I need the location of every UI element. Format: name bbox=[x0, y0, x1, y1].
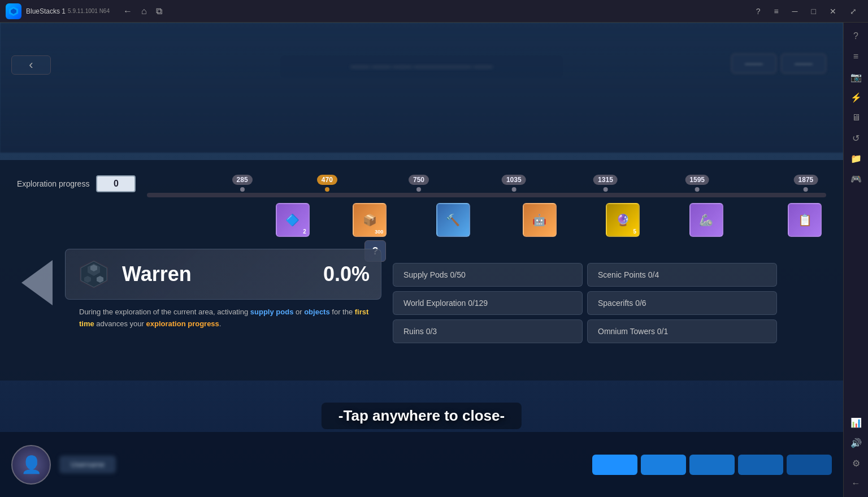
stat-omnium-towers: Omnium Towers 0/1 bbox=[587, 319, 777, 343]
expand-button[interactable]: ⤢ bbox=[844, 5, 862, 18]
progress-label: Exploration progress bbox=[17, 179, 89, 188]
reward-2: 📦 300 bbox=[353, 203, 387, 237]
milestone-1875-label: 1875 bbox=[794, 175, 818, 185]
stats-grid: Supply Pods 0/50 Scenic Points 0/4 World… bbox=[393, 263, 777, 343]
top-left-button[interactable]: ‹ bbox=[11, 55, 51, 75]
sidebar-icon-gamepad[interactable]: 🎮 bbox=[847, 170, 865, 188]
sidebar-icon-chart[interactable]: 📊 bbox=[847, 413, 865, 431]
bluestacks-logo bbox=[6, 3, 21, 19]
reward-6: 🦾 bbox=[689, 203, 723, 237]
milestone-285: 285 bbox=[232, 175, 253, 192]
bottom-btn-2[interactable] bbox=[641, 455, 686, 475]
left-arrow-icon bbox=[21, 260, 53, 305]
titlebar: BlueStacks 1 5.9.11.1001 N64 ← ⌂ ⧉ ? ≡ ─… bbox=[0, 0, 868, 23]
top-background bbox=[0, 23, 843, 153]
reward-3: 🔨 bbox=[436, 203, 470, 237]
bottom-btn-5[interactable] bbox=[787, 455, 832, 475]
reward-7: 📋 bbox=[788, 203, 822, 237]
bottom-btn-1[interactable] bbox=[592, 455, 637, 475]
milestone-1315-label: 1315 bbox=[593, 175, 618, 185]
desc-text-middle: or bbox=[293, 308, 304, 316]
home-button[interactable]: ⌂ bbox=[139, 4, 149, 19]
stat-ruins: Ruins 0/3 bbox=[393, 319, 583, 343]
sidebar-icon-menu[interactable]: ≡ bbox=[847, 47, 865, 66]
reward-5: 🔮 5 bbox=[606, 203, 640, 237]
reward-icon-1: 🔷 2 bbox=[276, 203, 310, 237]
desc-text-middle2: for the bbox=[330, 308, 355, 316]
sidebar-icon-settings[interactable]: ⚙ bbox=[847, 454, 865, 472]
stat-scenic-points: Scenic Points 0/4 bbox=[587, 263, 777, 287]
milestone-750: 750 bbox=[409, 175, 429, 192]
top-right-buttons: ──── ──── bbox=[731, 54, 826, 74]
sidebar-icon-folder[interactable]: 📁 bbox=[847, 149, 865, 167]
copy-button[interactable]: ⧉ bbox=[154, 4, 164, 19]
milestone-1875-dot bbox=[804, 187, 808, 192]
reward-1: 🔷 2 bbox=[276, 203, 310, 237]
area-card: Warren 0.0% bbox=[65, 249, 381, 300]
top-center-display: ──── ──── ──── ──────────── ──── bbox=[280, 55, 563, 78]
sidebar-icon-performance[interactable]: ⚡ bbox=[847, 88, 865, 106]
desc-objects: objects bbox=[304, 308, 330, 316]
area-hexagon-icon bbox=[77, 257, 111, 291]
back-button[interactable]: ← bbox=[121, 4, 134, 19]
reward-icon-4: 🤖 bbox=[523, 203, 557, 237]
bottom-btn-4[interactable] bbox=[738, 455, 783, 475]
left-arrow-button[interactable] bbox=[17, 257, 57, 308]
tap-close-message[interactable]: -Tap anywhere to close- bbox=[322, 403, 522, 429]
right-sidebar: ? ≡ 📷 ⚡ 🖥 ↺ 📁 🎮 📊 🔊 ⚙ ← bbox=[843, 23, 868, 497]
milestone-470-dot bbox=[325, 187, 329, 192]
help-button[interactable]: ? bbox=[750, 5, 766, 18]
game-area[interactable]: ‹ ──── ──── ──── ──────────── ──── ──── … bbox=[0, 23, 843, 497]
milestone-1315: 1315 bbox=[593, 175, 618, 192]
top-right-btn-2[interactable]: ──── bbox=[781, 54, 826, 74]
area-name: Warren bbox=[122, 262, 312, 286]
stat-supply-pods: Supply Pods 0/50 bbox=[393, 263, 583, 287]
reward-icon-3: 🔨 bbox=[436, 203, 470, 237]
reward-badge-1: 2 bbox=[303, 228, 306, 235]
sidebar-icon-camera[interactable]: 📷 bbox=[847, 68, 865, 86]
milestone-1035: 1035 bbox=[502, 175, 526, 192]
maximize-button[interactable]: □ bbox=[806, 5, 822, 18]
sidebar-icon-display[interactable]: 🖥 bbox=[847, 109, 865, 127]
rewards-row: 🔷 2 📦 300 🔨 🤖 bbox=[209, 203, 826, 245]
milestone-1035-dot bbox=[511, 187, 516, 192]
reward-icon-7: 📋 bbox=[788, 203, 822, 237]
reward-icon-5: 🔮 5 bbox=[606, 203, 640, 237]
progress-value: 0 bbox=[96, 175, 136, 192]
milestone-1595-label: 1595 bbox=[685, 175, 709, 185]
reward-badge-5: 5 bbox=[633, 228, 637, 235]
reward-badge-2: 300 bbox=[375, 229, 383, 235]
area-percent: 0.0% bbox=[323, 262, 370, 286]
milestone-470: 470 bbox=[317, 175, 337, 192]
milestone-1595-dot bbox=[695, 187, 700, 192]
top-right-btn-1[interactable]: ──── bbox=[731, 54, 776, 74]
milestone-750-dot bbox=[416, 187, 421, 192]
sidebar-icon-back[interactable]: ← bbox=[847, 474, 865, 492]
sidebar-icon-volume[interactable]: 🔊 bbox=[847, 434, 865, 452]
reward-icon-6: 🦾 bbox=[689, 203, 723, 237]
stat-world-exploration: World Exploration 0/129 bbox=[393, 291, 583, 315]
desc-exploration-progress: exploration progress bbox=[146, 319, 219, 328]
app-title: BlueStacks 1 bbox=[26, 7, 66, 15]
reward-4: 🤖 bbox=[523, 203, 557, 237]
bottom-btn-3[interactable] bbox=[689, 455, 735, 475]
progress-bar-area: Exploration progress 0 285 470 750 bbox=[17, 170, 826, 197]
sidebar-icon-question[interactable]: ? bbox=[847, 27, 865, 45]
minimize-button[interactable]: ─ bbox=[787, 5, 804, 18]
bottom-bar: 👤 Username bbox=[0, 432, 843, 497]
menu-button[interactable]: ≡ bbox=[768, 5, 784, 18]
milestone-750-label: 750 bbox=[409, 175, 429, 185]
milestone-285-label: 285 bbox=[232, 175, 253, 185]
milestone-1875: 1875 bbox=[794, 175, 818, 192]
description-text: During the exploration of the current ar… bbox=[79, 306, 379, 330]
bottom-action-buttons bbox=[592, 455, 832, 475]
close-button[interactable]: ✕ bbox=[824, 5, 842, 18]
sidebar-icon-rotate[interactable]: ↺ bbox=[847, 129, 865, 147]
milestone-1315-dot bbox=[603, 187, 607, 192]
desc-text-before: During the exploration of the current ar… bbox=[79, 308, 250, 316]
milestone-285-dot bbox=[240, 187, 245, 192]
reward-icon-2: 📦 300 bbox=[353, 203, 387, 237]
milestone-1035-label: 1035 bbox=[502, 175, 526, 185]
desc-supply-pods: supply pods bbox=[250, 308, 294, 316]
milestone-1595: 1595 bbox=[685, 175, 709, 192]
